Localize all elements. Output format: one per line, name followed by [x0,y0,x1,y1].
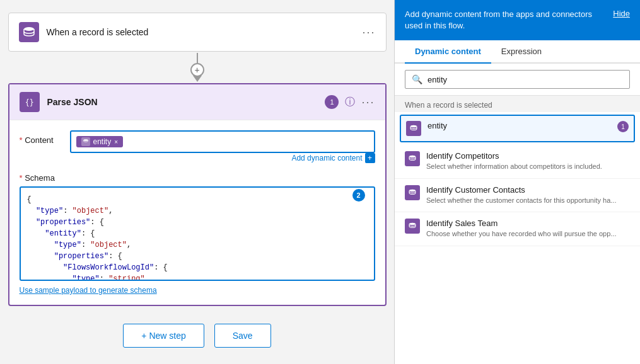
hide-button[interactable]: Hide [613,9,630,18]
add-step-button[interactable]: + [190,63,204,77]
info-icon[interactable]: ⓘ [345,96,355,109]
svg-point-4 [409,156,416,158]
schema-field-wrapper: * Schema { "type": "object", "properties… [20,173,375,295]
save-button[interactable]: Save [214,324,271,348]
trigger-menu[interactable]: ··· [362,26,375,39]
entity-item-title: entity [428,121,614,130]
right-panel: Add dynamic content from the apps and co… [394,0,640,364]
customer-contacts-item-content: Identify Customer Contacts Select whethe… [426,185,630,205]
tab-bar: Dynamic content Expression [395,40,640,64]
tab-dynamic-content[interactable]: Dynamic content [405,40,491,64]
connector-line [197,53,198,63]
dynamic-item-sales-team[interactable]: Identify Sales Team Choose whether you h… [395,212,640,246]
add-dynamic-content-link[interactable]: Add dynamic content + [70,153,375,163]
entity-tag-label: entity [93,137,112,146]
connector-arrow [193,76,202,82]
entity-item-badge: 1 [617,121,629,132]
parse-json-title: Parse JSON [47,97,325,107]
search-input[interactable] [428,75,623,84]
section-title: When a record is selected [395,96,640,112]
use-sample-link[interactable]: Use sample payload to generate schema [20,286,375,295]
entity-tag-icon [81,137,90,146]
content-label: * Content [20,130,70,145]
svg-point-5 [409,190,416,192]
schema-label: * Schema [20,173,375,183]
svg-point-2 [83,139,88,141]
entity-item-icon [406,121,421,136]
customer-contacts-item-icon [405,185,420,200]
search-input-wrapper: 🔍 [405,70,630,89]
dynamic-item-customer-contacts[interactable]: Identify Customer Contacts Select whethe… [395,179,640,212]
new-step-button[interactable]: + New step [123,324,204,348]
search-icon: 🔍 [412,74,422,84]
parse-json-card: {} Parse JSON 1 ⓘ ··· * Content [8,83,387,306]
svg-point-3 [410,125,417,128]
dynamic-item-entity[interactable]: entity 1 [400,115,635,142]
entity-item-content: entity [428,121,614,130]
add-dynamic-plus-icon: + [365,153,375,163]
connector: + [190,53,204,82]
left-panel: When a record is selected ··· + {} Parse… [0,0,394,364]
step-badge: 1 [325,95,339,109]
trigger-title: When a record is selected [47,27,363,37]
entity-tag-close[interactable]: × [114,139,118,145]
entity-tag: entity × [76,136,124,147]
parse-json-body: * Content entity × [9,120,385,305]
customer-contacts-item-title: Identify Customer Contacts [426,185,630,195]
sales-team-item-content: Identify Sales Team Choose whether you h… [426,219,630,239]
schema-box[interactable]: { "type": "object", "properties": { "ent… [20,186,375,281]
sales-team-item-title: Identify Sales Team [426,219,630,228]
competitors-item-icon [405,151,420,166]
svg-point-0 [24,27,34,31]
dynamic-item-competitors[interactable]: Identify Competitors Select whether info… [395,145,640,178]
tab-expression[interactable]: Expression [491,40,552,64]
competitors-item-desc: Select whether information about competi… [426,162,630,171]
content-input[interactable]: entity × [70,130,375,153]
dynamic-items-list: entity 1 Identify Competitors Select whe… [395,112,640,364]
right-panel-header-text: Add dynamic content from the apps and co… [405,9,613,31]
parse-json-icon: {} [20,92,40,112]
trigger-card: When a record is selected ··· [8,13,387,52]
trigger-icon [19,22,39,42]
parse-json-header: {} Parse JSON 1 ⓘ ··· [9,84,385,120]
sales-team-item-icon [405,219,420,234]
competitors-item-content: Identify Competitors Select whether info… [426,151,630,171]
svg-point-6 [409,223,416,225]
bottom-buttons: + New step Save [123,324,271,348]
search-bar: 🔍 [395,64,640,96]
competitors-item-title: Identify Competitors [426,151,630,161]
customer-contacts-item-desc: Select whether the customer contacts for… [426,196,630,205]
svg-text:{}: {} [25,98,33,107]
content-field-row: * Content entity × [20,130,375,166]
schema-badge: 2 [352,189,365,202]
sales-team-item-desc: Choose whether you have recorded who wil… [426,229,630,239]
parse-json-menu[interactable]: ··· [361,96,375,109]
right-panel-header: Add dynamic content from the apps and co… [395,0,640,40]
